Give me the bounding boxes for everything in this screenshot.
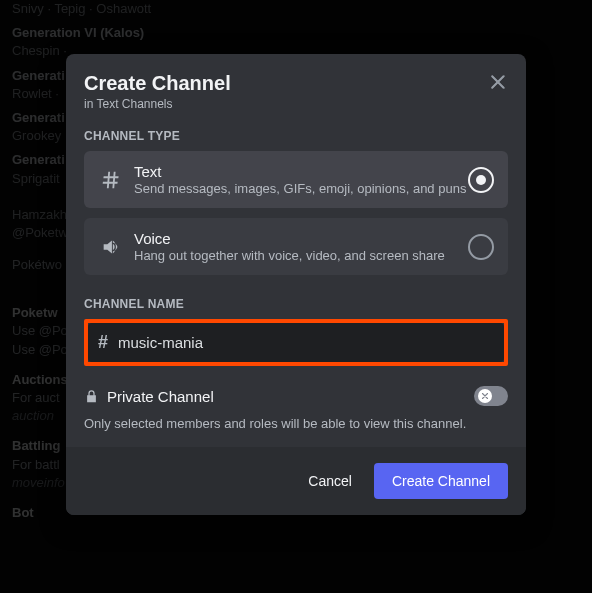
channel-type-label: CHANNEL TYPE — [84, 129, 508, 143]
x-icon — [480, 391, 490, 401]
private-channel-toggle[interactable] — [474, 386, 508, 406]
modal-subtitle: in Text Channels — [84, 97, 508, 111]
channel-type-voice[interactable]: Voice Hang out together with voice, vide… — [84, 218, 508, 275]
option-desc: Hang out together with voice, video, and… — [134, 248, 468, 263]
channel-name-highlight: # — [84, 319, 508, 366]
close-button[interactable] — [486, 70, 510, 94]
private-channel-desc: Only selected members and roles will be … — [84, 416, 508, 431]
radio-selected — [468, 167, 494, 193]
private-channel-row: Private Channel — [84, 386, 508, 406]
option-name: Text — [134, 163, 468, 180]
create-channel-modal: Create Channel in Text Channels CHANNEL … — [66, 54, 526, 515]
option-name: Voice — [134, 230, 468, 247]
modal-footer: Cancel Create Channel — [66, 447, 526, 515]
channel-name-label: CHANNEL NAME — [84, 297, 508, 311]
hash-icon — [98, 169, 124, 191]
modal-title: Create Channel — [84, 72, 508, 95]
create-channel-button[interactable]: Create Channel — [374, 463, 508, 499]
speaker-icon — [98, 236, 124, 258]
channel-name-input[interactable] — [116, 333, 494, 352]
cancel-button[interactable]: Cancel — [302, 472, 358, 490]
channel-name-field[interactable]: # — [88, 323, 504, 362]
hash-icon: # — [98, 332, 108, 353]
private-channel-label: Private Channel — [107, 388, 474, 405]
radio-unselected — [468, 234, 494, 260]
close-icon — [488, 72, 508, 92]
option-desc: Send messages, images, GIFs, emoji, opin… — [134, 181, 468, 196]
toggle-knob — [478, 389, 492, 403]
channel-type-text[interactable]: Text Send messages, images, GIFs, emoji,… — [84, 151, 508, 208]
lock-icon — [84, 389, 99, 404]
